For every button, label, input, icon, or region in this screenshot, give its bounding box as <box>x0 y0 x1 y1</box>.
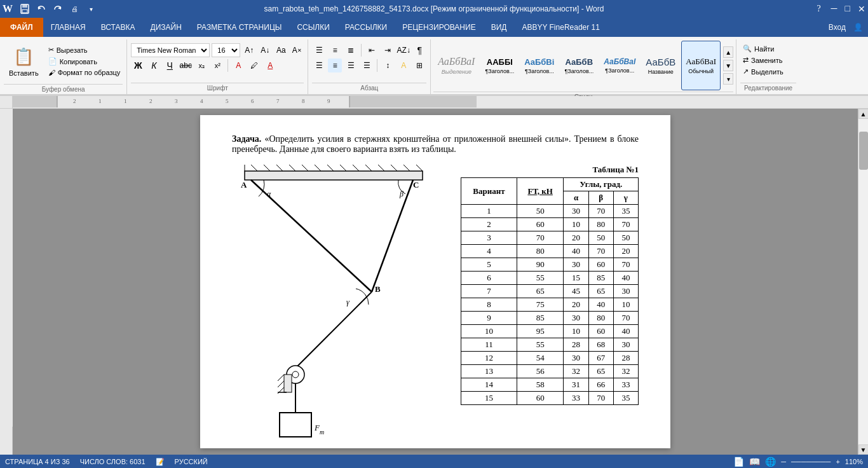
multilevel-list-button[interactable]: ≣ <box>344 43 358 57</box>
bullets-button[interactable]: ☰ <box>312 43 326 57</box>
clipboard-label: Буфер обмена <box>4 84 123 94</box>
select-button[interactable]: ↗ Выделить <box>740 66 796 77</box>
ribbon: 📋 Вставить ✂ Вырезать 📄 Копировать 🖌 Фор… <box>0 37 868 96</box>
cut-icon: ✂ <box>48 46 54 54</box>
font-size-select[interactable]: 16 <box>212 43 240 57</box>
svg-text:Fт: Fт <box>314 423 324 436</box>
align-center-button[interactable]: ≡ <box>328 59 342 72</box>
cell-gamma: 70 <box>613 218 638 231</box>
borders-button[interactable]: ⊞ <box>412 59 426 72</box>
justify-button[interactable]: ☰ <box>360 59 374 72</box>
customize-quick-access-button[interactable]: ▾ <box>84 2 98 16</box>
show-formatting-button[interactable]: ¶ <box>412 43 426 57</box>
scroll-thumb[interactable] <box>859 132 868 170</box>
svg-text:7: 7 <box>276 98 280 104</box>
cell-alpha: 15 <box>564 272 588 285</box>
undo-button[interactable] <box>34 2 48 16</box>
menu-page-layout[interactable]: РАЗМЕТКА СТРАНИЦЫ <box>189 18 290 37</box>
menu-references[interactable]: ССЫЛКИ <box>289 18 337 37</box>
sort-button[interactable]: AZ↓ <box>397 43 410 57</box>
scroll-up-button[interactable]: ▲ <box>858 109 869 119</box>
bold-button[interactable]: Ж <box>131 59 145 72</box>
styles-scroll-down[interactable]: ▼ <box>723 60 733 71</box>
table-row: 1155286830 <box>461 338 639 352</box>
maximize-button[interactable]: □ <box>845 4 850 14</box>
style-title[interactable]: АаБбВ Название <box>641 41 680 90</box>
ruler-corner <box>0 96 13 109</box>
style-normal[interactable]: АаБбВаI Обычный <box>681 41 721 90</box>
style-heading3[interactable]: АаБбВ ¶Заголов... <box>560 41 598 90</box>
strikethrough-button[interactable]: abc <box>179 59 193 72</box>
zoom-slider[interactable]: ──────── <box>791 458 831 465</box>
col-beta-header: β <box>588 191 613 205</box>
col-gamma-header: γ <box>613 191 638 205</box>
cut-button[interactable]: ✂ Вырезать <box>46 45 123 55</box>
svg-line-37 <box>403 165 410 171</box>
line-spacing-button[interactable]: ↕ <box>381 59 395 72</box>
style-heading4[interactable]: АаБбВаI ¶Заголов... <box>599 41 640 90</box>
col-angles-header: Углы, град. <box>564 178 639 191</box>
underline-button[interactable]: Ч <box>163 59 177 72</box>
style-highlight[interactable]: АаБбВаI Выделение <box>433 41 479 90</box>
italic-button[interactable]: К <box>147 59 161 72</box>
zoom-level: 110% <box>845 458 863 465</box>
menu-insert[interactable]: ВСТАВКА <box>93 18 143 37</box>
cell-alpha: 45 <box>564 285 588 298</box>
numbering-button[interactable]: ≡ <box>328 43 342 57</box>
text-effects-button[interactable]: A <box>231 59 245 72</box>
vertical-scrollbar[interactable]: ▲ ▼ <box>858 109 868 455</box>
font-size-grow-button[interactable]: A↑ <box>242 43 256 57</box>
style-heading1[interactable]: ААББІ ¶Заголов... <box>480 41 519 90</box>
copy-button[interactable]: 📄 Копировать <box>46 56 123 67</box>
styles-more[interactable]: ▾ <box>723 73 733 85</box>
sign-in-button[interactable]: Вход <box>821 23 853 32</box>
subscript-button[interactable]: x₂ <box>194 59 208 72</box>
format-painter-button[interactable]: 🖌 Формат по образцу <box>46 67 123 78</box>
decrease-indent-button[interactable]: ⇤ <box>365 43 379 57</box>
view-read-mode[interactable]: 📖 <box>749 457 760 467</box>
zoom-in-button[interactable]: + <box>836 458 839 465</box>
shading-button[interactable]: A <box>397 59 410 72</box>
minimize-button[interactable]: ─ <box>831 4 837 14</box>
menu-home[interactable]: ГЛАВНАЯ <box>43 18 93 37</box>
text-highlight-button[interactable]: 🖊 <box>247 59 261 72</box>
quick-access-toolbar: W 🖨 ▾ sam_rabota_teh_meh_1426758882_5417… <box>0 0 868 18</box>
view-web-layout[interactable]: 🌐 <box>765 457 776 467</box>
menu-review[interactable]: РЕЦЕНЗИРОВАНИЕ <box>395 18 483 37</box>
user-icon: 👤 <box>853 23 863 32</box>
styles-scroll-up[interactable]: ▲ <box>723 46 733 58</box>
close-button[interactable]: ✕ <box>858 4 865 15</box>
status-right: 📄 📖 🌐 ─ ──────── + 110% <box>733 457 863 467</box>
view-print-layout[interactable]: 📄 <box>733 457 744 467</box>
menu-view[interactable]: ВИД <box>484 18 515 37</box>
clear-formatting-button[interactable]: A✕ <box>290 43 304 57</box>
menu-design[interactable]: ДИЗАЙН <box>143 18 189 37</box>
align-right-button[interactable]: ☰ <box>344 59 358 72</box>
svg-text:2: 2 <box>73 98 76 104</box>
help-icon[interactable]: ? <box>817 4 820 14</box>
change-case-button[interactable]: Aa <box>274 43 288 57</box>
print-preview-button[interactable]: 🖨 <box>67 2 81 16</box>
menu-abbyy[interactable]: ABBYY FineReader 11 <box>514 18 607 37</box>
font-name-select[interactable]: Times New Roman <box>131 43 210 57</box>
scroll-down-button[interactable]: ▼ <box>858 444 869 455</box>
save-button[interactable] <box>18 2 32 16</box>
zoom-out-button[interactable]: ─ <box>781 458 786 465</box>
document-scroll[interactable]: Задача. «Определить усилия в стержнях кр… <box>13 109 858 455</box>
font-size-shrink-button[interactable]: A↓ <box>258 43 272 57</box>
align-left-button[interactable]: ☰ <box>312 59 326 72</box>
menu-file[interactable]: ФАЙЛ <box>0 18 43 37</box>
paste-button[interactable]: 📋 Вставить <box>4 42 44 81</box>
ruler: 2 1 1 2 3 4 5 6 7 8 9 <box>0 96 868 109</box>
style-heading2[interactable]: АаБбВі ¶Заголов... <box>520 41 559 90</box>
increase-indent-button[interactable]: ⇥ <box>381 43 395 57</box>
redo-button[interactable] <box>51 2 65 16</box>
font-color-button[interactable]: A <box>263 59 277 72</box>
spell-check-icon[interactable]: 📝 <box>156 458 165 466</box>
superscript-button[interactable]: x² <box>210 59 224 72</box>
replace-button[interactable]: ⇄ Заменить <box>740 55 796 65</box>
cell-beta: 65 <box>588 365 613 378</box>
menu-mailings[interactable]: РАССЫЛКИ <box>337 18 395 37</box>
data-table: Вариант FТ, кН Углы, град. α β γ 1503 <box>461 177 639 405</box>
find-button[interactable]: 🔍 Найти <box>740 43 796 54</box>
